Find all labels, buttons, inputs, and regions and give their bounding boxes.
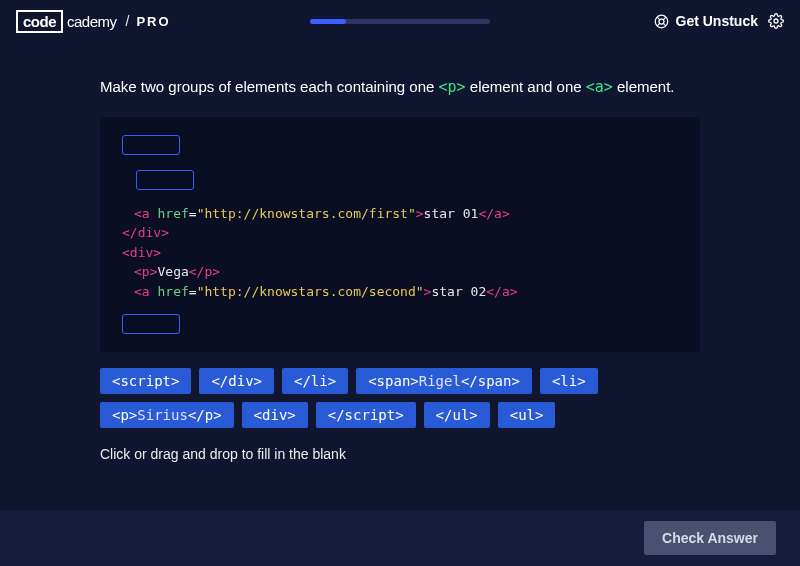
logo-slash: /: [126, 13, 130, 29]
code-line: <a href="http://knowstars.com/first">sta…: [134, 204, 688, 224]
prompt-text: Make two groups of elements each contain…: [100, 78, 439, 95]
blank-slot[interactable]: [122, 314, 180, 334]
blank-slot[interactable]: [136, 170, 194, 190]
option-chip[interactable]: <p>Sirius</p>: [100, 402, 234, 428]
logo[interactable]: codecademy / PRO: [16, 10, 171, 33]
progress-fill: [310, 19, 346, 24]
check-answer-button[interactable]: Check Answer: [644, 521, 776, 555]
logo-box: code: [16, 10, 63, 33]
logo-text: cademy: [67, 13, 117, 30]
prompt-text: element and one: [466, 78, 586, 95]
code-line: <p>Vega</p>: [134, 262, 688, 282]
svg-line-2: [657, 17, 660, 20]
option-chip[interactable]: </script>: [316, 402, 416, 428]
prompt-tag-p: <p>: [439, 78, 466, 96]
option-chip[interactable]: <div>: [242, 402, 308, 428]
life-ring-icon: [654, 13, 670, 29]
gear-icon[interactable]: [768, 13, 784, 29]
get-unstuck-button[interactable]: Get Unstuck: [654, 13, 758, 29]
footer: Check Answer: [0, 510, 800, 566]
prompt: Make two groups of elements each contain…: [100, 76, 700, 99]
get-unstuck-label: Get Unstuck: [676, 13, 758, 29]
content: Make two groups of elements each contain…: [0, 42, 800, 462]
prompt-tag-a: <a>: [586, 78, 613, 96]
option-chip[interactable]: <ul>: [498, 402, 556, 428]
header: codecademy / PRO Get Unstuck: [0, 0, 800, 42]
option-chip[interactable]: </div>: [199, 368, 274, 394]
option-chip[interactable]: </ul>: [424, 402, 490, 428]
code-line: </div>: [122, 223, 688, 243]
option-chip[interactable]: <li>: [540, 368, 598, 394]
svg-line-4: [657, 23, 660, 26]
code-line: <a href="http://knowstars.com/second">st…: [134, 282, 688, 302]
code-editor: <a href="http://knowstars.com/first">sta…: [100, 117, 700, 352]
svg-line-5: [663, 23, 666, 26]
code-line: <div>: [122, 243, 688, 263]
option-chip[interactable]: <span>Rigel</span>: [356, 368, 532, 394]
options-tray: <script></div></li><span>Rigel</span><li…: [100, 368, 700, 428]
logo-pro: PRO: [136, 14, 170, 29]
hint-text: Click or drag and drop to fill in the bl…: [100, 446, 700, 462]
prompt-text: element.: [613, 78, 675, 95]
option-chip[interactable]: <script>: [100, 368, 191, 394]
svg-line-3: [663, 17, 666, 20]
blank-slot[interactable]: [122, 135, 180, 155]
progress-bar: [310, 19, 490, 24]
option-chip[interactable]: </li>: [282, 368, 348, 394]
svg-point-1: [659, 19, 664, 24]
header-right: Get Unstuck: [654, 13, 784, 29]
svg-point-6: [774, 19, 778, 23]
